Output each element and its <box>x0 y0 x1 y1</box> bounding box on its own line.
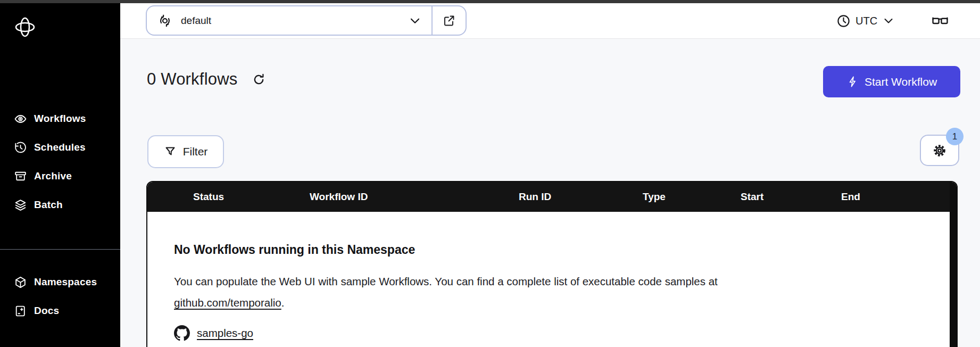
sidebar-item-docs[interactable]: Docs <box>0 296 120 325</box>
github-octocat-icon <box>174 325 190 341</box>
batch-layers-icon <box>14 199 27 212</box>
empty-state-text: You can populate the Web UI with sample … <box>174 271 914 313</box>
column-header-start: Start <box>741 182 763 212</box>
temporal-logo-icon <box>13 15 37 39</box>
samples-go-link[interactable]: samples-go <box>197 327 253 340</box>
glasses-icon <box>931 12 949 30</box>
column-header-run-id: Run ID <box>519 182 551 212</box>
namespace-switcher-icon <box>157 13 172 28</box>
sidebar-item-label: Namespaces <box>34 276 97 288</box>
sidebar-item-label: Schedules <box>34 142 86 153</box>
lightning-bolt-icon <box>846 76 859 88</box>
start-workflow-button[interactable]: Start Workflow <box>823 66 960 97</box>
sidebar-nav-bottom: Namespaces Docs <box>0 268 120 325</box>
sidebar-item-label: Archive <box>34 170 72 182</box>
chevron-down-icon <box>408 14 422 28</box>
empty-state-body: You can populate the Web UI with sample … <box>174 275 718 287</box>
docs-book-icon <box>14 304 27 318</box>
namespace-open-new-tab-button[interactable] <box>433 6 466 35</box>
main-content: 0 Workflows Start Workflow <box>120 39 980 347</box>
sidebar-item-label: Docs <box>34 305 59 317</box>
labs-toggle-button[interactable] <box>928 3 952 38</box>
column-header-workflow-id: Workflow ID <box>310 182 368 212</box>
sidebar-item-batch[interactable]: Batch <box>0 191 120 219</box>
window-top-edge <box>0 0 980 3</box>
column-header-status: Status <box>193 182 224 212</box>
sidebar-item-namespaces[interactable]: Namespaces <box>0 268 120 296</box>
table-header: Status Workflow ID Run ID Type Start End <box>147 182 957 212</box>
external-link-icon <box>443 14 455 27</box>
refresh-button[interactable] <box>251 72 266 87</box>
top-header-bar: default <box>120 3 980 39</box>
sidebar-divider <box>0 249 120 250</box>
namespace-selector-group: default <box>146 5 467 36</box>
filter-button[interactable]: Filter <box>147 135 224 168</box>
archive-box-icon <box>14 170 27 183</box>
workflow-settings-button[interactable]: 1 <box>920 135 959 166</box>
namespace-selector[interactable]: default <box>147 6 431 35</box>
timezone-button[interactable]: UTC <box>833 3 898 38</box>
workflows-eye-icon <box>14 112 27 126</box>
start-workflow-label: Start Workflow <box>865 76 937 88</box>
sidebar-item-archive[interactable]: Archive <box>0 162 120 191</box>
namespace-value: default <box>181 15 400 27</box>
sample-list-item: samples-go <box>174 325 914 341</box>
timezone-label: UTC <box>856 15 877 27</box>
chevron-down-icon <box>882 14 895 27</box>
filter-funnel-icon <box>164 145 177 158</box>
schedules-clock-icon <box>14 141 27 154</box>
sidebar-nav-top: Workflows Schedules <box>0 104 120 219</box>
empty-state-title: No Workflows running in this Namespace <box>174 243 914 257</box>
column-header-type: Type <box>643 182 666 212</box>
table-scrollbar[interactable] <box>950 182 957 347</box>
sidebar: Workflows Schedules <box>0 0 120 347</box>
column-header-end: End <box>841 182 860 212</box>
github-temporalio-link[interactable]: github.com/temporalio <box>174 296 281 309</box>
sidebar-item-label: Batch <box>34 199 63 211</box>
filter-label: Filter <box>183 145 208 158</box>
empty-state: No Workflows running in this Namespace Y… <box>147 212 957 341</box>
refresh-icon <box>252 72 266 87</box>
namespaces-cube-icon <box>14 276 27 289</box>
gear-icon <box>932 143 947 158</box>
settings-count-badge: 1 <box>946 128 964 145</box>
temporal-web-ui: Workflows Schedules <box>0 0 980 347</box>
sidebar-item-workflows[interactable]: Workflows <box>0 104 120 133</box>
workflows-heading-row: 0 Workflows <box>147 70 266 89</box>
sidebar-item-schedules[interactable]: Schedules <box>0 133 120 162</box>
temporal-logo[interactable] <box>13 15 37 39</box>
clock-icon <box>836 14 851 28</box>
workflows-table: Status Workflow ID Run ID Type Start End… <box>146 181 958 347</box>
empty-state-body-suffix: . <box>281 296 285 309</box>
sidebar-item-label: Workflows <box>34 113 86 125</box>
page-title: 0 Workflows <box>147 70 237 89</box>
